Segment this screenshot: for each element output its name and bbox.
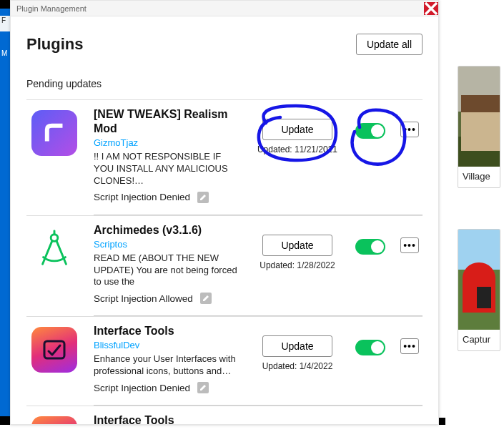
plugin-row: Archimedes (v3.1.6) Scriptos READ ME (AB… — [26, 215, 423, 312]
updated-date: Updated: 1/4/2022 — [262, 361, 333, 371]
game-thumbnail-village[interactable]: Village — [458, 66, 500, 188]
game-thumbnail-capture[interactable]: Captur — [458, 229, 500, 351]
enable-toggle[interactable] — [355, 340, 385, 355]
plugin-author-link[interactable]: BlissfulDev — [94, 340, 239, 350]
plugin-management-window: Plugin Management Plugins Update all Pen… — [10, 0, 439, 425]
pencil-icon — [202, 295, 209, 302]
more-options-button[interactable]: ••• — [400, 237, 419, 253]
more-options-button[interactable]: ••• — [400, 122, 419, 137]
plugin-description: READ ME (ABOUT THE NEW UPDATE) You are n… — [94, 252, 239, 289]
thumbnail-caption: Village — [458, 167, 500, 187]
update-button[interactable]: Update — [262, 119, 332, 140]
update-all-button[interactable]: Update all — [356, 34, 423, 55]
plugin-row: [NEW TWEAKS] Realism Mod GizmoTjaz !! I … — [26, 99, 423, 210]
thumbnail-image — [458, 230, 500, 330]
plugin-author-link[interactable]: GizmoTjaz — [94, 137, 239, 148]
plugin-row: Interface Tools BlissfulDev Enhance your… — [26, 316, 423, 401]
plugin-icon-archimedes — [31, 226, 77, 272]
window-titlebar[interactable]: Plugin Management — [11, 1, 438, 16]
plugin-title: [NEW TWEAKS] Realism Mod — [94, 107, 239, 136]
edit-script-permission-button[interactable] — [197, 192, 209, 203]
edit-script-permission-button[interactable] — [200, 293, 212, 304]
update-button[interactable]: Update — [262, 335, 332, 357]
plugin-description: !! I AM NOT RESPONSIBLE IF YOU INSTALL A… — [94, 151, 239, 187]
pencil-icon — [199, 194, 207, 201]
close-icon — [424, 1, 438, 16]
script-injection-status: Script Injection Allowed — [94, 293, 193, 304]
plugin-icon-realism — [31, 110, 77, 156]
update-button[interactable]: Update — [262, 235, 332, 256]
more-options-button[interactable]: ••• — [400, 338, 419, 354]
plugin-row: Interface Tools fivefactor Update Update… — [26, 406, 423, 424]
plugin-author-link[interactable]: Scriptos — [94, 239, 239, 250]
script-injection-status: Script Injection Denied — [94, 383, 190, 393]
edit-script-permission-button[interactable] — [197, 382, 209, 393]
section-pending-updates: Pending updates — [26, 78, 423, 89]
window-title: Plugin Management — [16, 4, 87, 13]
script-injection-status: Script Injection Denied — [94, 192, 190, 202]
window-close-button[interactable] — [424, 2, 438, 15]
enable-toggle[interactable] — [355, 239, 385, 255]
svg-rect-1 — [44, 341, 64, 358]
plugin-title: Interface Tools — [94, 413, 239, 424]
thumbnail-image — [458, 67, 500, 167]
plugin-icon-interface-tools — [31, 416, 77, 424]
updated-date: Updated: 1/28/2022 — [260, 260, 335, 270]
thumbnail-caption: Captur — [458, 330, 500, 350]
plugin-description: Enhance your User Interfaces with profes… — [94, 353, 239, 378]
pencil-icon — [199, 384, 207, 391]
plugin-title: Interface Tools — [94, 324, 239, 338]
page-title: Plugins — [26, 35, 83, 54]
updated-date: Updated: 11/21/2021 — [257, 144, 337, 154]
enable-toggle[interactable] — [355, 123, 385, 139]
plugin-title: Archimedes (v3.1.6) — [94, 223, 239, 237]
plugin-icon-interface-tools — [31, 327, 77, 373]
